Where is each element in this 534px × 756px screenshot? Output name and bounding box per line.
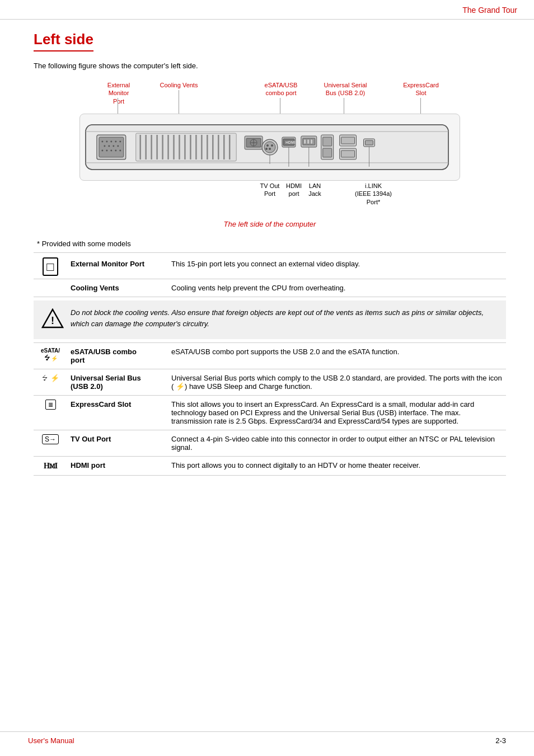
svg-point-13 (113, 145, 114, 147)
svg-rect-54 (304, 139, 306, 144)
svg-point-9 (115, 141, 116, 143)
svg-rect-63 (341, 151, 355, 157)
desc-cooling: Cooling vents help prevent the CPU from … (168, 279, 506, 297)
label-hdmi-row: HDMI port (67, 457, 168, 476)
table-row: HᴍI HDMI port This port allows you to co… (34, 457, 506, 476)
page-title: Left side (34, 31, 93, 51)
table-row: Cooling Vents Cooling vents help prevent… (34, 279, 506, 297)
footer-manual: User's Manual (28, 736, 74, 745)
svg-point-46 (271, 144, 273, 147)
svg-point-14 (117, 145, 119, 147)
svg-rect-58 (323, 137, 332, 146)
warning-box: ! Do not block the cooling vents. Also e… (34, 300, 506, 339)
desc-ext-monitor: This 15-pin port lets you connect an ext… (168, 255, 506, 279)
label-lan: LANJack (302, 182, 327, 198)
icon-monitor: □ (34, 255, 67, 279)
icon-tvout: S→ (34, 430, 67, 457)
svg-rect-56 (311, 139, 313, 144)
desc-expresscard: This slot allows you to insert an Expres… (168, 396, 506, 430)
top-label-area: External MonitorPort Cooling Vents eSATA… (79, 81, 460, 114)
svg-rect-65 (365, 140, 373, 145)
label-ext-monitor: External MonitorPort (96, 81, 141, 105)
desc-usb: Universal Serial Bus ports which comply … (168, 369, 506, 396)
icon-expresscard: ≣ (34, 396, 67, 430)
svg-point-10 (119, 141, 121, 143)
header-title: The Grand Tour (462, 6, 517, 15)
label-expresscard-row: ExpressCard Slot (67, 396, 168, 430)
svg-point-44 (264, 142, 275, 153)
label-esata-usb: eSATA/USBcombo port (259, 81, 303, 97)
svg-point-11 (104, 145, 105, 147)
svg-point-17 (110, 149, 112, 151)
table-row: eSATA/⭍⚡ eSATA/USB comboport eSATA/USB c… (34, 343, 506, 369)
svg-rect-5 (99, 137, 124, 157)
warning-row: ! Do not block the cooling vents. Also e… (34, 297, 506, 343)
expresscard-icon: ≣ (45, 400, 56, 410)
diagram-wrapper: External MonitorPort Cooling Vents eSATA… (79, 81, 460, 215)
svg-point-8 (110, 141, 112, 143)
label-ext-monitor-row: External Monitor Port (67, 255, 168, 279)
svg-point-15 (101, 149, 103, 151)
desc-esata: eSATA/USB combo port supports the USB 2.… (168, 343, 506, 369)
note-text: * Provided with some models (34, 235, 506, 253)
page-header: The Grand Tour (0, 0, 534, 20)
label-tvout-row: TV Out Port (67, 430, 168, 457)
table-row: ≣ ExpressCard Slot This slot allows you … (34, 396, 506, 430)
svg-text:HDMI: HDMI (285, 140, 296, 144)
svg-point-19 (119, 149, 121, 151)
svg-point-12 (108, 145, 110, 147)
label-cooling: Cooling Vents (158, 81, 200, 89)
main-content: Left side The following figure shows the… (0, 20, 534, 492)
page-footer: User's Manual 2-3 (0, 731, 534, 745)
warning-icon: ! (41, 308, 64, 332)
label-esata-row: eSATA/USB comboport (67, 343, 168, 369)
footer-page: 2-3 (495, 736, 506, 745)
desc-tvout: Connect a 4-pin S-video cable into this … (168, 430, 506, 457)
table-row: ⭍ ⚡ Universal Serial Bus(USB 2.0) Univer… (34, 369, 506, 396)
svg-rect-59 (323, 148, 332, 157)
svg-point-45 (266, 144, 269, 147)
svg-point-18 (115, 149, 116, 151)
icon-usb: ⭍ ⚡ (34, 369, 67, 396)
icon-esata: eSATA/⭍⚡ (34, 343, 67, 369)
label-usb-row: Universal Serial Bus(USB 2.0) (67, 369, 168, 396)
label-usb: Universal SerialBus (USB 2.0) (320, 81, 371, 97)
diagram-caption: The left side of the computer (34, 220, 506, 228)
svg-rect-55 (307, 139, 310, 144)
label-ilink: i.LINK(IEEE 1394a)Port* (354, 182, 393, 206)
diagram-image: HDMI (79, 114, 460, 181)
icon-hdmi: HᴍI (34, 457, 67, 476)
desc-hdmi: This port allows you to connect digitall… (168, 457, 506, 476)
icon-cooling (34, 279, 67, 297)
table-row: S→ TV Out Port Connect a 4-pin S-video c… (34, 430, 506, 457)
label-expresscard: ExpressCardSlot (396, 81, 446, 97)
svg-point-7 (106, 141, 107, 143)
svg-point-16 (106, 149, 107, 151)
label-cooling-row: Cooling Vents (67, 279, 168, 297)
svg-rect-61 (341, 137, 355, 144)
intro-text: The following figure shows the computer'… (34, 62, 506, 70)
svg-text:!: ! (51, 315, 54, 326)
warning-text: Do not block the cooling vents. Also ens… (71, 307, 498, 329)
bottom-label-area: TV OutPort HDMIport LANJack i.LINK(IEEE … (79, 181, 460, 215)
info-table: □ External Monitor Port This 15-pin port… (34, 255, 506, 476)
svg-point-6 (101, 141, 103, 143)
svg-point-47 (269, 148, 271, 150)
svg-point-48 (265, 148, 268, 150)
table-row: □ External Monitor Port This 15-pin port… (34, 255, 506, 279)
